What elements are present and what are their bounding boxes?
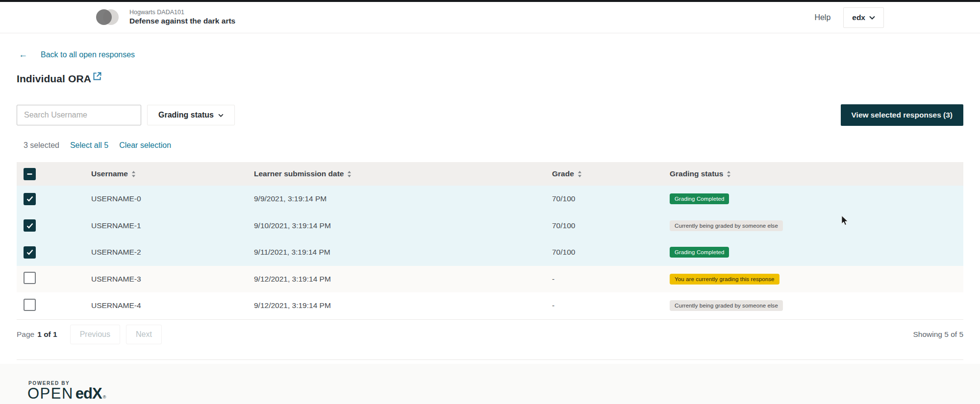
page-title: Individual ORA <box>17 73 91 85</box>
table-row: USERNAME-0 9/9/2021, 3:19:14 PM 70/100 G… <box>17 186 963 213</box>
table-footer: Page 1 of 1 Previous Next Showing 5 of 5 <box>17 319 963 349</box>
showing-count: Showing 5 of 5 <box>913 330 963 339</box>
row-checkbox[interactable] <box>24 193 36 205</box>
back-link-label: Back to all open responses <box>41 50 135 59</box>
submission-date-cell: 9/9/2021, 3:19:14 PM <box>254 194 552 203</box>
page-value: 1 of 1 <box>37 330 57 339</box>
check-icon <box>26 223 33 229</box>
grading-status-badge: Currently being graded by someone else <box>670 220 783 231</box>
page-indicator: Page 1 of 1 <box>17 330 57 339</box>
next-page-button[interactable]: Next <box>126 325 162 344</box>
view-selected-responses-button[interactable]: View selected responses (3) <box>841 104 963 126</box>
username-cell: USERNAME-3 <box>91 275 254 284</box>
check-icon <box>26 196 33 202</box>
grade-cell: 70/100 <box>552 248 670 257</box>
submission-date-cell: 9/10/2021, 3:19:14 PM <box>254 221 552 230</box>
column-header-username[interactable]: Username <box>91 169 254 178</box>
course-org: Hogwarts DADA101 <box>129 9 235 17</box>
openedx-logo: OPEN edX ® <box>27 385 980 403</box>
user-menu-label: edx <box>852 13 865 22</box>
username-cell: USERNAME-0 <box>91 194 254 203</box>
row-checkbox[interactable] <box>24 299 36 311</box>
table-row: USERNAME-4 9/12/2021, 3:19:14 PM - Curre… <box>17 292 963 319</box>
chevron-down-icon <box>218 114 224 117</box>
grade-cell: - <box>552 275 670 284</box>
column-header-grading-status[interactable]: Grading status <box>670 169 963 178</box>
grading-status-filter-label: Grading status <box>158 111 214 119</box>
site-footer: POWERED BY OPEN edX ® <box>0 364 980 404</box>
course-header: Hogwarts DADA101 Defense against the dar… <box>0 2 980 33</box>
back-arrow-icon: ← <box>19 49 27 60</box>
search-username-input[interactable] <box>17 105 141 125</box>
column-header-submission-date[interactable]: Learner submission date <box>254 169 552 178</box>
grading-status-badge: Grading Completed <box>670 247 729 258</box>
previous-page-button[interactable]: Previous <box>70 325 120 344</box>
sort-icon <box>347 170 352 178</box>
indeterminate-minus-icon <box>26 171 33 177</box>
select-all-checkbox[interactable] <box>24 168 36 180</box>
table-body: USERNAME-0 9/9/2021, 3:19:14 PM 70/100 G… <box>17 186 963 319</box>
grading-status-badge: You are currently grading this response <box>670 274 779 285</box>
grading-status-filter[interactable]: Grading status <box>147 105 235 125</box>
submission-date-cell: 9/12/2021, 3:19:14 PM <box>254 275 552 284</box>
back-to-responses-link[interactable]: ← Back to all open responses <box>17 49 135 60</box>
row-checkbox[interactable] <box>24 246 36 259</box>
table-row: USERNAME-2 9/11/2021, 3:19:14 PM 70/100 … <box>17 239 963 266</box>
responses-table: Username Learner submission date Grade G… <box>17 162 963 349</box>
select-all-link[interactable]: Select all 5 <box>70 141 108 150</box>
sort-icon <box>131 170 136 178</box>
table-row: USERNAME-3 9/12/2021, 3:19:14 PM - You a… <box>17 266 963 293</box>
course-info: Hogwarts DADA101 Defense against the dar… <box>129 9 235 26</box>
chevron-down-icon <box>869 16 875 20</box>
username-cell: USERNAME-4 <box>91 301 254 310</box>
user-menu-button[interactable]: edx <box>843 7 884 28</box>
grade-cell: 70/100 <box>552 194 670 203</box>
course-brand: Hogwarts DADA101 Defense against the dar… <box>96 9 235 26</box>
content-bottom-border <box>17 349 963 360</box>
help-link[interactable]: Help <box>814 13 830 22</box>
row-checkbox[interactable] <box>24 219 36 232</box>
selected-count: 3 selected <box>24 141 59 150</box>
sort-icon <box>578 170 582 178</box>
column-header-grade[interactable]: Grade <box>552 169 670 178</box>
username-cell: USERNAME-1 <box>91 221 254 230</box>
grade-cell: 70/100 <box>552 221 670 230</box>
username-cell: USERNAME-2 <box>91 248 254 257</box>
check-icon <box>26 249 33 255</box>
submission-date-cell: 9/11/2021, 3:19:14 PM <box>254 248 552 257</box>
main-content: ← Back to all open responses Individual … <box>0 49 980 360</box>
submission-date-cell: 9/12/2021, 3:19:14 PM <box>254 301 552 310</box>
table-header-row: Username Learner submission date Grade G… <box>17 162 963 186</box>
course-title: Defense against the dark arts <box>129 16 235 26</box>
table-row: USERNAME-1 9/10/2021, 3:19:14 PM 70/100 … <box>17 213 963 239</box>
external-link-icon[interactable] <box>92 71 102 83</box>
grade-cell: - <box>552 301 670 310</box>
grading-status-badge: Grading Completed <box>670 193 729 204</box>
grading-status-badge: Currently being graded by someone else <box>670 300 783 311</box>
row-checkbox[interactable] <box>24 272 36 284</box>
clear-selection-link[interactable]: Clear selection <box>119 141 171 150</box>
course-logo <box>96 9 120 25</box>
sort-icon <box>727 170 731 178</box>
